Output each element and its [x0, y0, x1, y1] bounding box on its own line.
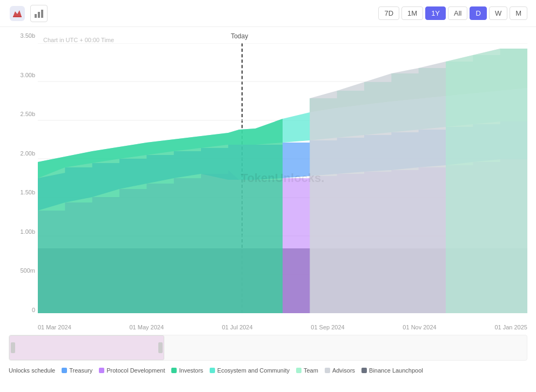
- legend-team: Team: [296, 367, 318, 374]
- btn-w[interactable]: W: [489, 6, 507, 20]
- top-bar: 7D 1M 1Y All D W M: [0, 0, 536, 27]
- legend-label-treasury: Treasury: [69, 367, 92, 374]
- legend-label-ecosystem: Ecosystem and Community: [217, 367, 290, 374]
- legend-investors: Investors: [171, 367, 203, 374]
- legend-binance: Binance Launchpool: [361, 367, 423, 374]
- chart-timezone-label: Chart in UTC + 00:00 Time: [43, 37, 114, 43]
- legend-label-advisors: Advisors: [332, 367, 355, 374]
- btn-all[interactable]: All: [448, 6, 467, 20]
- legend-protocol: Protocol Development: [99, 367, 165, 374]
- legend-schedule-label: Unlocks schedule: [9, 367, 55, 374]
- main-chart-svg: [38, 43, 527, 313]
- svg-rect-1: [35, 14, 37, 18]
- y-label-250: 2.50b: [20, 111, 35, 117]
- legend-dot-treasury: [62, 368, 67, 373]
- legend-dot-advisors: [325, 368, 330, 373]
- x-label-jul: 01 Jul 2024: [222, 324, 253, 330]
- today-label: Today: [231, 32, 248, 40]
- btn-1m[interactable]: 1M: [401, 6, 423, 20]
- y-axis: 3.50b 3.00b 2.50b 2.00b 1.50b 1.00b 500m…: [5, 32, 35, 313]
- btn-7d[interactable]: 7D: [378, 6, 399, 20]
- legend-dot-ecosystem: [210, 368, 215, 373]
- btn-1y[interactable]: 1Y: [425, 6, 446, 20]
- btn-m[interactable]: M: [510, 6, 527, 20]
- svg-rect-3: [41, 10, 43, 18]
- logo-area: [9, 5, 48, 22]
- y-label-300: 3.00b: [20, 72, 35, 78]
- y-label-350: 3.50b: [20, 32, 35, 39]
- legend-dot-protocol: [99, 368, 104, 373]
- legend-ecosystem: Ecosystem and Community: [210, 367, 290, 374]
- scrollbar-handle-right[interactable]: [158, 342, 163, 353]
- legend-label-protocol: Protocol Development: [106, 367, 165, 374]
- time-controls: 7D 1M 1Y All D W M: [378, 6, 527, 20]
- y-label-100: 1.00b: [20, 228, 35, 235]
- token-unlocks-logo: [9, 5, 26, 22]
- x-label-nov: 01 Nov 2024: [403, 324, 436, 330]
- y-label-150: 1.50b: [20, 189, 35, 195]
- bar-chart-icon[interactable]: [30, 5, 48, 22]
- legend-area: Unlocks schedule Treasury Protocol Devel…: [0, 361, 536, 380]
- chart-svg-container: TokenUnlocks.: [38, 43, 527, 313]
- svg-rect-2: [38, 12, 40, 18]
- legend-treasury: Treasury: [62, 367, 92, 374]
- y-label-500m: 500m: [20, 267, 35, 274]
- y-label-200: 2.00b: [20, 150, 35, 157]
- x-label-mar: 01 Mar 2024: [38, 324, 71, 330]
- scrollbar-handle-left[interactable]: [11, 342, 15, 353]
- legend-dot-team: [296, 368, 302, 373]
- svg-marker-18: [446, 49, 527, 313]
- x-label-sep: 01 Sep 2024: [311, 324, 344, 330]
- legend-dot-binance: [361, 368, 367, 373]
- scrollbar-thumb[interactable]: [9, 335, 164, 360]
- x-label-jan: 01 Jan 2025: [494, 324, 527, 330]
- legend-label-investors: Investors: [179, 367, 203, 374]
- legend-advisors: Advisors: [325, 367, 355, 374]
- scrollbar-area[interactable]: [9, 335, 527, 361]
- svg-rect-0: [10, 6, 25, 21]
- legend-dot-investors: [171, 368, 177, 373]
- btn-d[interactable]: D: [470, 6, 486, 20]
- legend-label-team: Team: [304, 367, 318, 374]
- y-label-0: 0: [32, 307, 35, 313]
- legend-label-binance: Binance Launchpool: [369, 367, 423, 374]
- x-axis: 01 Mar 2024 01 May 2024 01 Jul 2024 01 S…: [38, 324, 527, 330]
- x-label-may: 01 May 2024: [129, 324, 164, 330]
- chart-area: Chart in UTC + 00:00 Time Today 3.50b 3.…: [0, 27, 536, 335]
